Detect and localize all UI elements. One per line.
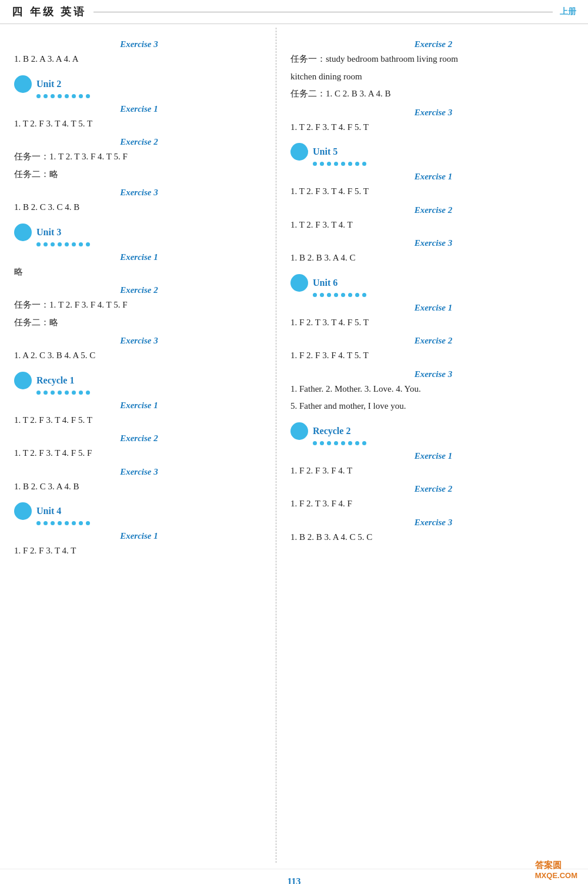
dot bbox=[327, 293, 331, 297]
answer-line: 1. B 2. B 3. A 4. C bbox=[290, 251, 576, 266]
dot bbox=[51, 242, 55, 246]
dot bbox=[65, 94, 69, 98]
dot bbox=[320, 441, 324, 445]
answer-line: 1. B 2. B 3. A 4. C 5. C bbox=[290, 530, 576, 545]
page-header: 四 年级 英语 上册 bbox=[0, 0, 588, 24]
unit-header: Unit 3 bbox=[14, 223, 264, 241]
grade-label: 四 年级 英语 bbox=[12, 5, 86, 19]
dot bbox=[313, 293, 317, 297]
exercise-heading: Exercise 3 bbox=[290, 518, 576, 528]
unit-title: Recycle 1 bbox=[36, 375, 74, 386]
exercise-heading: Exercise 3 bbox=[290, 108, 576, 118]
exercise-heading: Exercise 3 bbox=[14, 336, 264, 346]
answer-line: 1. F 2. T 3. F 4. F bbox=[290, 496, 576, 512]
dot bbox=[58, 391, 62, 395]
dot bbox=[334, 441, 338, 445]
unit-header: Recycle 2 bbox=[290, 422, 576, 440]
left-column: Exercise 31. B 2. A 3. A 4. AUnit 2Exerc… bbox=[0, 28, 276, 863]
dot bbox=[348, 162, 352, 166]
dot bbox=[86, 521, 90, 525]
dot bbox=[44, 391, 48, 395]
exercise-heading: Exercise 1 bbox=[290, 303, 576, 313]
answer-line: 1. F 2. F 3. T 4. T bbox=[14, 543, 264, 559]
dot bbox=[79, 242, 83, 246]
exercise-heading: Exercise 3 bbox=[290, 238, 576, 248]
exercise-heading: Exercise 2 bbox=[290, 205, 576, 215]
unit-circle bbox=[14, 223, 32, 241]
answer-line: 1. A 2. C 3. B 4. A 5. C bbox=[14, 348, 264, 363]
unit-circle bbox=[290, 422, 308, 440]
dot bbox=[36, 94, 41, 98]
watermark-line2: MXQE.COM bbox=[535, 871, 577, 880]
unit-dots bbox=[36, 242, 264, 246]
dot bbox=[355, 293, 359, 297]
dot bbox=[313, 441, 317, 445]
dot bbox=[334, 162, 338, 166]
dot bbox=[355, 441, 359, 445]
dot bbox=[355, 162, 359, 166]
exercise-heading: Exercise 2 bbox=[14, 137, 264, 147]
unit-dots bbox=[313, 293, 576, 297]
unit-title: Recycle 2 bbox=[313, 426, 350, 436]
dot bbox=[51, 391, 55, 395]
volume-label: 上册 bbox=[560, 6, 576, 17]
page-footer: 113 bbox=[0, 869, 588, 884]
dot bbox=[65, 391, 69, 395]
answer-line: 任务一：1. T 2. F 3. F 4. T 5. F bbox=[14, 298, 264, 313]
dot bbox=[79, 94, 83, 98]
unit-header: Unit 5 bbox=[290, 143, 576, 161]
dot bbox=[44, 242, 48, 246]
exercise-heading: Exercise 1 bbox=[290, 451, 576, 461]
dot bbox=[334, 293, 338, 297]
unit-title: Unit 4 bbox=[36, 506, 61, 516]
unit-header: Unit 6 bbox=[290, 274, 576, 292]
answer-line: kitchen dining room bbox=[290, 69, 576, 85]
answer-line: 1. T 2. F 3. T 4. T 5. T bbox=[14, 116, 264, 132]
unit-title: Unit 6 bbox=[313, 278, 338, 288]
dot bbox=[86, 94, 90, 98]
answer-line: 1. T 2. F 3. T 4. F 5. F bbox=[14, 446, 264, 461]
answer-line: 1. F 2. F 3. F 4. T 5. T bbox=[290, 348, 576, 363]
exercise-heading: Exercise 2 bbox=[290, 39, 576, 49]
unit-circle bbox=[290, 274, 308, 292]
answer-line: 1. T 2. F 3. T 4. F 5. T bbox=[290, 120, 576, 135]
unit-dots bbox=[36, 391, 264, 395]
dot bbox=[86, 242, 90, 246]
answer-line: 1. Father. 2. Mother. 3. Love. 4. You. bbox=[290, 382, 576, 397]
unit-title: Unit 3 bbox=[36, 227, 61, 238]
answer-line: 任务二：略 bbox=[14, 315, 264, 331]
dot bbox=[51, 521, 55, 525]
dot bbox=[36, 242, 41, 246]
exercise-heading: Exercise 2 bbox=[14, 433, 264, 443]
dot bbox=[44, 521, 48, 525]
answer-line: 任务一：study bedroom bathroom living room bbox=[290, 52, 576, 67]
dot bbox=[86, 391, 90, 395]
exercise-heading: Exercise 2 bbox=[14, 285, 264, 295]
exercise-heading: Exercise 1 bbox=[14, 531, 264, 541]
dot bbox=[79, 391, 83, 395]
unit-header: Unit 4 bbox=[14, 502, 264, 520]
exercise-heading: Exercise 2 bbox=[290, 336, 576, 346]
dot bbox=[348, 441, 352, 445]
dot bbox=[320, 293, 324, 297]
exercise-heading: Exercise 3 bbox=[14, 188, 264, 198]
unit-dots bbox=[36, 94, 264, 98]
exercise-heading: Exercise 1 bbox=[14, 252, 264, 262]
page-body: Exercise 31. B 2. A 3. A 4. AUnit 2Exerc… bbox=[0, 28, 588, 863]
answer-line: 1. F 2. F 3. F 4. T bbox=[290, 463, 576, 479]
page-number: 113 bbox=[287, 876, 300, 884]
dot bbox=[341, 293, 345, 297]
dot bbox=[58, 521, 62, 525]
dot bbox=[72, 521, 76, 525]
dot bbox=[58, 242, 62, 246]
unit-title: Unit 5 bbox=[313, 146, 338, 157]
exercise-heading: Exercise 3 bbox=[14, 39, 264, 49]
unit-dots bbox=[36, 521, 264, 525]
answer-line: 1. B 2. C 3. C 4. B bbox=[14, 200, 264, 215]
exercise-heading: Exercise 1 bbox=[290, 172, 576, 182]
answer-line: 任务二：略 bbox=[14, 167, 264, 182]
dot bbox=[348, 293, 352, 297]
answer-line: 1. T 2. F 3. T 4. T bbox=[290, 218, 576, 233]
unit-circle bbox=[290, 143, 308, 161]
unit-dots bbox=[313, 162, 576, 166]
